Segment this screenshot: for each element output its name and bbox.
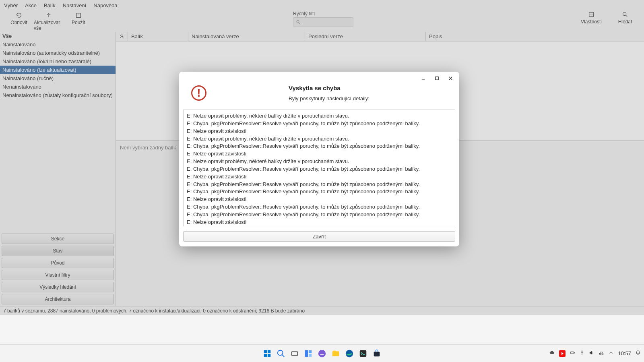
col-description[interactable]: Popis: [426, 32, 644, 41]
svg-rect-16: [360, 350, 367, 357]
error-line: E: Chyba, pkgProblemResolver::Resolve vy…: [187, 165, 452, 173]
sidebar-item[interactable]: Nenainstalováno (zůstaly konfigurační so…: [0, 91, 116, 99]
col-package[interactable]: Balík: [128, 32, 188, 41]
error-line: E: Nelze opravit problémy, některé balík…: [187, 135, 452, 143]
dialog-title: Vyskytla se chyba: [289, 85, 369, 91]
col-installed-version[interactable]: Nainstalovaná verze: [188, 32, 305, 41]
package-list-header: S Balík Nainstalovaná verze Poslední ver…: [116, 32, 644, 41]
svg-rect-7: [264, 354, 267, 356]
dialog-close-button[interactable]: Zavřít: [183, 231, 455, 242]
svg-rect-20: [600, 353, 601, 354]
svg-rect-6: [268, 350, 270, 353]
update-all-button[interactable]: Aktualizovat vše: [34, 12, 64, 31]
refresh-label: Obnovit: [10, 20, 27, 25]
taskbar-search-icon[interactable]: [275, 348, 287, 359]
menu-balik[interactable]: Balík: [44, 2, 56, 8]
maximize-button[interactable]: [431, 74, 442, 82]
svg-rect-4: [435, 77, 438, 79]
sidebar-item[interactable]: Nainstalováno (ručně): [0, 74, 116, 83]
col-latest-version[interactable]: Poslední verze: [305, 32, 426, 41]
svg-rect-13: [309, 354, 312, 356]
tray-notifications-icon[interactable]: [635, 350, 641, 357]
error-line: E: Nelze opravit závislosti: [187, 173, 452, 181]
sidebar-item[interactable]: Nainstalováno (lokální nebo zastaralé): [0, 57, 116, 66]
col-status[interactable]: S: [116, 32, 128, 41]
error-line: E: Nelze opravit závislosti: [187, 219, 452, 226]
sidebar-tabs: Sekce Stav Původ Vlastní filtry Výsledky…: [0, 232, 116, 306]
taskbar-app-edge[interactable]: [344, 348, 355, 359]
properties-icon: [588, 11, 595, 18]
svg-point-1: [297, 21, 299, 23]
sidebar-item[interactable]: Nainstalováno: [0, 40, 116, 49]
svg-rect-19: [574, 352, 575, 353]
tray-recording-icon[interactable]: [559, 350, 566, 357]
menu-akce[interactable]: Akce: [25, 2, 37, 8]
tray-cloud-icon[interactable]: [549, 350, 555, 357]
error-line: E: Chyba, pkgProblemResolver::Resolve vy…: [187, 143, 452, 150]
taskbar-app-explorer[interactable]: [330, 348, 341, 359]
search-button[interactable]: Hledat: [610, 11, 640, 25]
error-line: E: Nelze opravit problémy, některé balík…: [187, 158, 452, 165]
error-line: E: Chyba, pkgProblemResolver::Resolve vy…: [187, 181, 452, 188]
error-line: E: Chyba, pkgProblemResolver::Resolve vy…: [187, 211, 452, 219]
svg-rect-17: [374, 352, 380, 356]
update-icon: [45, 12, 52, 19]
start-button[interactable]: [262, 348, 273, 359]
quick-filter-input[interactable]: [293, 17, 353, 27]
tray-chevron-up-icon[interactable]: [608, 350, 614, 357]
svg-rect-11: [305, 350, 308, 357]
svg-point-14: [318, 350, 326, 357]
tray-battery-icon[interactable]: [570, 350, 575, 357]
svg-rect-10: [292, 352, 298, 355]
minimize-button[interactable]: [417, 74, 429, 82]
apply-button[interactable]: Použít: [64, 12, 93, 25]
apply-icon: [75, 12, 82, 19]
tab-vlastni-filtry[interactable]: Vlastní filtry: [2, 270, 114, 280]
toolbar: Obnovit Aktualizovat vše Použít Rychlý f…: [0, 11, 644, 32]
menu-vyber[interactable]: Výběr: [4, 2, 18, 8]
menu-napoveda[interactable]: Nápověda: [93, 2, 117, 8]
properties-button[interactable]: Vlastnosti: [576, 11, 606, 25]
close-button[interactable]: [445, 74, 456, 82]
error-details[interactable]: E: Nelze opravit problémy, některé balík…: [183, 110, 455, 226]
refresh-button[interactable]: Obnovit: [4, 12, 34, 25]
error-line: E: Chyba, pkgProblemResolver::Resolve vy…: [187, 203, 452, 211]
svg-rect-18: [571, 352, 574, 354]
sidebar: Vše Nainstalováno Nainstalováno (automat…: [0, 32, 116, 306]
svg-point-3: [623, 12, 626, 16]
taskbar-app-terminal[interactable]: [357, 348, 369, 359]
svg-rect-0: [76, 13, 81, 18]
tray-usb-icon[interactable]: [579, 350, 585, 357]
error-dialog: ! Vyskytla se chyba Byly poskytnuty násl…: [179, 72, 459, 246]
tray-network-icon[interactable]: [599, 350, 604, 357]
taskbar-app-widgets[interactable]: [303, 348, 314, 359]
tab-stav[interactable]: Stav: [2, 246, 114, 256]
svg-rect-21: [602, 353, 604, 354]
tab-vysledky-hledani[interactable]: Výsledky hledání: [2, 282, 114, 292]
tab-puvod[interactable]: Původ: [2, 258, 114, 268]
tray-volume-icon[interactable]: [589, 350, 594, 357]
taskbar-app-store[interactable]: [371, 348, 382, 359]
windows-taskbar: 10:57: [0, 344, 644, 362]
sidebar-item-selected[interactable]: Nainstalováno (lze aktualizovat): [0, 66, 116, 74]
search-icon: [621, 11, 629, 18]
menu-nastaveni[interactable]: Nastavení: [63, 2, 87, 8]
update-all-label: Aktualizovat vše: [34, 20, 64, 31]
svg-rect-8: [268, 354, 270, 356]
sidebar-item[interactable]: Nainstalováno (automaticky odstranitelné…: [0, 49, 116, 57]
error-icon: !: [191, 85, 206, 101]
sidebar-header[interactable]: Vše: [0, 32, 116, 40]
tray-clock[interactable]: 10:57: [618, 350, 631, 356]
task-view-icon[interactable]: [289, 348, 300, 359]
taskbar-app-chat[interactable]: [316, 348, 328, 359]
system-tray: 10:57: [549, 350, 641, 357]
error-line: E: Nelze opravit závislosti: [187, 196, 452, 203]
tab-architektura[interactable]: Architektura: [2, 294, 114, 304]
dialog-titlebar: [179, 72, 459, 85]
quick-filter-label: Rychlý filtr: [293, 11, 353, 17]
svg-point-9: [278, 350, 283, 355]
quick-filter: Rychlý filtr: [293, 11, 353, 27]
properties-label: Vlastnosti: [581, 19, 602, 25]
sidebar-item[interactable]: Nenainstalováno: [0, 83, 116, 91]
tab-sekce[interactable]: Sekce: [2, 234, 114, 244]
